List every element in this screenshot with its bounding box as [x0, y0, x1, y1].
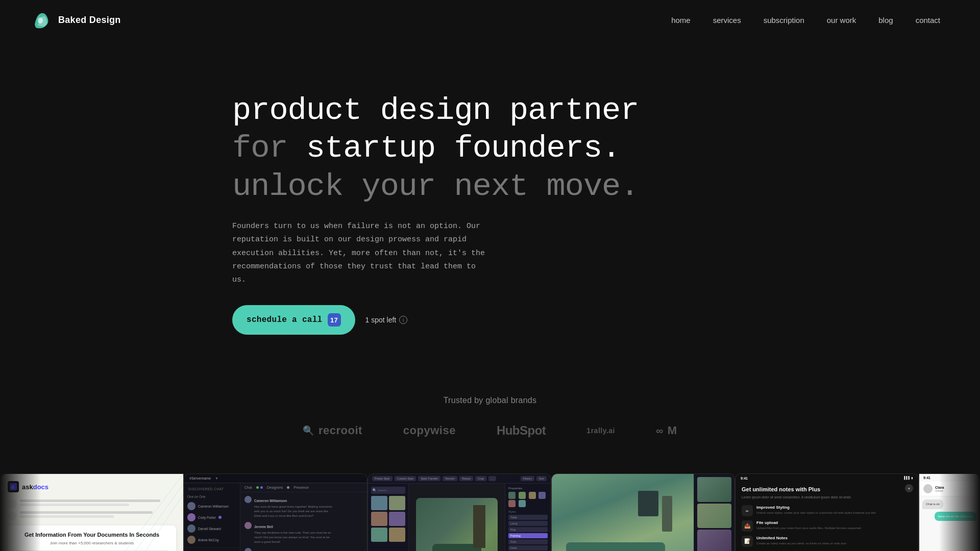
message-row-1: Cameron Williamson Hey sure do have grea… [244, 495, 363, 518]
msg-content-2: Jerome Bell They say kindness is the new… [254, 521, 336, 544]
chat-sidebar: Discovered Chat One on One Cameron Willi… [184, 483, 240, 551]
toolbar-recolor[interactable]: Recolor [443, 476, 457, 481]
info-icon[interactable]: i [399, 316, 407, 324]
user-name-4: Arlene McCoy [198, 538, 219, 542]
style-item-5[interactable]: Sofa [508, 539, 548, 544]
toolbar-resize[interactable]: Resize [459, 476, 473, 481]
mobile-time: 9:41 [923, 476, 930, 480]
chat-user-1[interactable]: Cameron Williamson [184, 500, 240, 512]
hero-line1: product design partner [232, 92, 980, 130]
feature-styling-icon: ✏️ [742, 505, 753, 516]
swatch-3[interactable] [529, 492, 536, 499]
hero-line3: unlock your next move. [232, 168, 980, 206]
toolbar-custom[interactable]: Custom Style [395, 476, 416, 481]
hero-line2: for startup founders. [232, 130, 980, 167]
notes-feature-upload: 📤 File upload Upload files from your not… [742, 520, 912, 532]
portfolio-card-askdocs: d askdocs [0, 473, 184, 551]
notes-feature-styling: ✏️ Improved Styling Unlock more styles, … [742, 505, 912, 516]
living-room-sidebar [694, 474, 734, 551]
lr-thumb-2[interactable] [697, 504, 731, 528]
swatch-1[interactable] [508, 492, 516, 499]
signal-icon: ▐▐▐ [903, 476, 910, 480]
hero-startup: startup founders. [306, 130, 621, 166]
schedule-call-button[interactable]: schedule a call 17 [232, 305, 355, 335]
notes-main-title: Get unlimited notes with Plus [742, 486, 912, 492]
toolbar-style-trans[interactable]: Style Transfer [418, 476, 440, 481]
notes-feature-unlimited: 📝 Unlimited Notes Create as many notes a… [742, 536, 912, 547]
recrooit-text: recrooit [318, 424, 362, 437]
chat-user-3[interactable]: Darrell Steward [184, 523, 240, 534]
thumb-4[interactable] [389, 512, 405, 526]
askdocs-logo-icon: d [8, 481, 19, 492]
nav-our-work[interactable]: our work [818, 12, 866, 29]
style-item-2[interactable]: Lamp [508, 521, 548, 526]
design-toolbar: Preset Style Custom Style Style Transfer… [368, 474, 551, 484]
notes-main-desc: Lorem ipsum dolor sit amet consectetur. … [742, 495, 912, 500]
trusted-title: Trusted by global brands [0, 396, 980, 405]
lr-thumb-3[interactable] [697, 530, 731, 551]
design-left-panel: 🔍 Search... [368, 484, 409, 551]
msg-content-3: Cameron Elons Do you think friendship is… [254, 547, 336, 551]
feature-upload-text: File upload Upload files from your notes… [756, 520, 862, 531]
feature-styling-title: Improved Styling [756, 505, 876, 510]
swatch-4[interactable] [538, 492, 546, 499]
thumb-2[interactable] [389, 496, 405, 510]
chat-user-4[interactable]: Arlene McCoy [184, 534, 240, 545]
askdocs-logo-text: askdocs [22, 483, 48, 491]
trally-text: 1rally.ai [586, 427, 615, 435]
toolbar-sort[interactable]: Sort [536, 476, 547, 481]
style-item-1[interactable]: Table [508, 515, 548, 520]
nav-subscription[interactable]: subscription [754, 12, 814, 29]
living-room-main [552, 474, 694, 551]
chat-header-designers: Designers [267, 486, 283, 489]
style-item-6[interactable]: Desk [508, 545, 548, 550]
toolbar-history[interactable]: History [521, 476, 534, 481]
msg-sender-1: Cameron Williamson [254, 499, 287, 503]
style-item-3[interactable]: Rug [508, 527, 548, 532]
copywise-text: copywise [403, 424, 456, 437]
chat-user-2[interactable]: Cody Fisher [184, 512, 240, 523]
chat-message-1: Cameron Williamson Hey sure do have grea… [244, 495, 363, 518]
schedule-btn-label: schedule a call [247, 315, 323, 324]
msg-avatar-3 [244, 548, 252, 551]
toolbar-crop[interactable]: Crop [475, 476, 486, 481]
main-image [416, 498, 498, 551]
swatch-2[interactable] [519, 492, 526, 499]
design-search[interactable]: 🔍 Search... [371, 487, 405, 494]
user-name-1: Cameron Williamson [198, 505, 229, 508]
chat-header-presence: Presence [293, 486, 309, 489]
feature-styling-text: Improved Styling Unlock more styles, cre… [756, 505, 876, 515]
toolbar-preset[interactable]: Preset Style [372, 476, 393, 481]
feature-unlimited-text: Unlimited Notes Create as many notes as … [756, 536, 846, 546]
portfolio-card-mobile-chat: 9:41 Clara Online Chat is ok kee [919, 473, 980, 551]
nav-services[interactable]: services [704, 12, 750, 29]
hero-headline: product design partner for startup found… [232, 92, 980, 206]
status-icons: ▐▐▐ ▮ [903, 476, 913, 480]
thumb-6[interactable] [389, 528, 405, 542]
logo[interactable]: Baked Design [31, 9, 121, 31]
unread-dot [218, 516, 222, 519]
style-item-active[interactable]: Painting [508, 533, 548, 538]
portfolio-section: d askdocs [0, 473, 980, 551]
swatch-6[interactable] [519, 500, 526, 507]
hero-for: for [232, 130, 306, 166]
mobile-bubble-sent: keep me on the right path [935, 512, 976, 521]
thumb-5[interactable] [371, 528, 387, 542]
hero-section: product design partner for startup found… [0, 0, 980, 365]
chat-main: Chat Designers Presence [240, 483, 367, 551]
meta-text: M [668, 424, 677, 437]
thumb-3[interactable] [371, 512, 387, 526]
swatch-5[interactable] [508, 500, 516, 507]
nav-home[interactable]: home [662, 12, 700, 29]
toolbar-more[interactable]: ... [488, 476, 496, 481]
feature-unlimited-icon: 📝 [742, 536, 753, 547]
notes-time: 9:41 [741, 477, 748, 480]
search-mini-icon: 🔍 [373, 488, 376, 492]
lr-thumb-1[interactable] [697, 477, 731, 502]
svg-point-0 [38, 17, 43, 23]
nav-blog[interactable]: blog [869, 12, 902, 29]
hero-description: Founders turn to us when failure is not … [232, 220, 487, 287]
thumb-1[interactable] [371, 496, 387, 510]
nav-contact[interactable]: contact [906, 12, 949, 29]
mobile-contact-status: Online [935, 489, 944, 492]
